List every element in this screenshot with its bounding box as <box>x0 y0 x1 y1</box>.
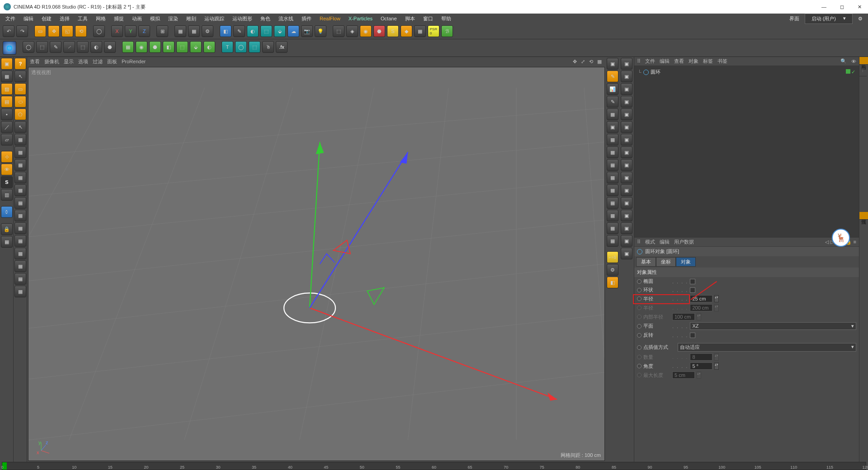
vp-menu-display[interactable]: 显示 <box>64 58 74 65</box>
param-bullet-icon[interactable] <box>637 296 642 301</box>
generator-button[interactable]: ⬚ <box>260 25 272 37</box>
rt2-1[interactable]: ▣ <box>621 58 632 70</box>
menu-render[interactable]: 渲染 <box>165 14 182 23</box>
content-browser-button[interactable]: ▦ <box>414 25 426 37</box>
rt-6[interactable]: ▣ <box>607 121 618 133</box>
vtab-1[interactable]: 构造 <box>859 57 868 65</box>
radius-input[interactable] <box>690 295 712 302</box>
nurbs-button[interactable]: ◐ <box>247 25 259 37</box>
vp-nav-icon-3[interactable]: ⟲ <box>588 59 594 65</box>
help-icon[interactable]: ? <box>14 58 26 70</box>
viewport-3d[interactable]: 透视视图 <box>28 67 605 461</box>
rotate-tool[interactable]: ⟲ <box>75 25 87 37</box>
plugin-button-1[interactable]: ◉ <box>360 25 372 37</box>
rt2-5[interactable]: ▣ <box>621 108 632 120</box>
attr-nav-back-icon[interactable]: ◁ <box>825 239 829 245</box>
lock-x-button[interactable]: X <box>111 25 123 37</box>
world-globe-icon[interactable]: 🌐 <box>3 41 16 55</box>
visibility-tag-icon[interactable] <box>846 69 850 74</box>
grid-icon-5[interactable]: ▦ <box>14 184 26 196</box>
grid-icon-9[interactable]: ▦ <box>14 235 26 247</box>
tool2-5[interactable]: ⬚ <box>77 41 89 53</box>
magnet-button[interactable]: ⧲ <box>1 206 13 218</box>
vp-menu-view[interactable]: 查看 <box>30 58 40 65</box>
tab-coord[interactable]: 坐标 <box>656 257 676 267</box>
last-tool[interactable]: ◯ <box>93 25 105 37</box>
menu-file[interactable]: 文件 <box>2 14 19 23</box>
xpresso-button[interactable]: ⬚ <box>333 25 344 37</box>
environment-button[interactable]: ☁ <box>288 25 299 37</box>
rt2-8[interactable]: ▣ <box>621 146 632 158</box>
maximize-button[interactable]: ◻ <box>837 4 847 10</box>
om-menu-edit[interactable]: 编辑 <box>660 58 670 65</box>
ellipse-checkbox[interactable] <box>690 279 695 284</box>
light-button[interactable]: 💡 <box>315 25 326 37</box>
enable-check-icon[interactable]: ✓ <box>851 69 855 75</box>
param-bullet-icon[interactable] <box>637 288 642 292</box>
menu-tracker[interactable]: 运动跟踪 <box>201 14 228 23</box>
tool2-3[interactable]: ✎ <box>50 41 61 53</box>
layout-selector[interactable]: 启动 (用户)▾ <box>805 14 853 24</box>
menu-mesh[interactable]: 网格 <box>92 14 109 23</box>
move-tool[interactable]: ✥ <box>48 25 60 37</box>
mograph-1[interactable]: ▦ <box>122 41 134 53</box>
lock-y-button[interactable]: Y <box>125 25 137 37</box>
render-settings-button[interactable]: ⚙ <box>202 25 213 37</box>
menu-animate[interactable]: 动画 <box>128 14 146 23</box>
rt2-2[interactable]: ▣ <box>621 70 632 82</box>
grid-icon-4[interactable]: ▦ <box>14 172 26 183</box>
param-bullet-icon[interactable] <box>637 345 642 350</box>
primitive-cube-button[interactable]: ◧ <box>220 25 231 37</box>
edge-mode-button[interactable]: ／ <box>1 121 13 133</box>
rt2-6[interactable]: ▣ <box>621 121 632 133</box>
grid-icon-2[interactable]: ▦ <box>14 146 26 158</box>
lasso-select-icon[interactable]: ⬭ <box>14 96 26 108</box>
effector-2[interactable]: ◯ <box>235 41 247 53</box>
om-menu-view[interactable]: 查看 <box>674 58 684 65</box>
close-button[interactable]: ✕ <box>855 4 864 10</box>
menu-pipeline[interactable]: 流水线 <box>275 14 297 23</box>
rt2-3[interactable]: ▣ <box>621 83 632 95</box>
cursor-icon[interactable]: ↖ <box>14 70 26 82</box>
menu-script[interactable]: 脚本 <box>401 14 419 23</box>
om-menu-file[interactable]: 文件 <box>645 58 655 65</box>
tag-button[interactable]: ◈ <box>346 25 358 37</box>
effector-3[interactable]: ⬚ <box>249 41 260 53</box>
rt2-9[interactable]: ▣ <box>621 159 632 171</box>
angle-spinner[interactable]: ▴▾ <box>714 362 719 370</box>
redo-button[interactable]: ↷ <box>16 25 28 37</box>
tool2-1[interactable]: ◯ <box>23 41 34 53</box>
tool2-6[interactable]: ◐ <box>90 41 102 53</box>
om-menu-bookmarks[interactable]: 书签 <box>717 58 727 65</box>
attr-menu-mode[interactable]: 模式 <box>645 239 655 245</box>
plugin-button-4[interactable]: ℬ <box>441 25 453 37</box>
rt2-4[interactable]: ▣ <box>621 96 632 108</box>
mograph-7[interactable]: ◐ <box>203 41 215 53</box>
tree-item-circle[interactable]: └ 圆环 ✓ <box>636 68 857 76</box>
vp-menu-panel[interactable]: 面板 <box>107 58 117 65</box>
timeline-ruler[interactable]: 0510152025303540455055606570758085909510… <box>2 462 866 470</box>
snap-s-button[interactable]: S <box>1 176 13 188</box>
rt-cube-icon[interactable]: ◧ <box>607 277 618 288</box>
vp-nav-icon-4[interactable]: ▦ <box>596 59 603 65</box>
menu-xparticles[interactable]: X-Particles <box>345 15 376 22</box>
undo-button[interactable]: ↶ <box>3 25 14 37</box>
menu-character[interactable]: 角色 <box>257 14 274 23</box>
grid-icon-3[interactable]: ▦ <box>14 159 26 171</box>
poly-select-icon[interactable]: ⬠ <box>14 108 26 120</box>
plugin-button-2[interactable]: ⬣ <box>373 25 385 37</box>
attr-menu-icon[interactable]: ≡ <box>854 239 856 245</box>
coord-system-button[interactable]: ⊞ <box>156 25 168 37</box>
rt-3[interactable]: 📊 <box>607 83 618 95</box>
menu-mograph[interactable]: 运动图形 <box>229 14 256 23</box>
select-tool[interactable]: ▭ <box>34 25 46 37</box>
om-menu-tags[interactable]: 标签 <box>703 58 713 65</box>
param-bullet-icon[interactable] <box>637 324 642 329</box>
camera-button[interactable]: 📷 <box>301 25 313 37</box>
rt2-13[interactable]: ▣ <box>621 210 632 221</box>
menu-create[interactable]: 创建 <box>38 14 55 23</box>
viewport-solo-button[interactable]: 👁 <box>1 164 13 175</box>
grid-icon-7[interactable]: ▦ <box>14 210 26 221</box>
tool2-7[interactable]: ⬣ <box>104 41 116 53</box>
point-mode-button[interactable]: • <box>1 108 13 120</box>
